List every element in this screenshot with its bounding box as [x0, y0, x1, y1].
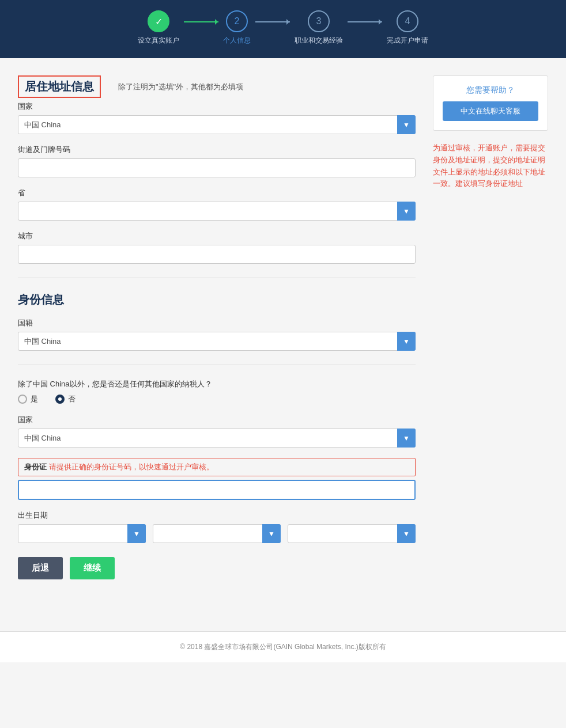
step-1-label: 设立真实账户: [138, 36, 179, 46]
sidebar-note: 为通过审核，开通账户，需要提交身份及地址证明，提交的地址证明文件上显示的地址必须…: [433, 142, 548, 190]
residence-title: 居住地址信息: [18, 75, 101, 98]
step-4-label: 完成开户申请: [387, 36, 428, 46]
main-content: 居住地址信息 除了注明为"选填"外，其他都为必填项 国家 中国 China ▼ …: [6, 58, 560, 620]
dob-day-select[interactable]: [18, 524, 146, 543]
footer-text: © 2018 嘉盛全球市场有限公司(GAIN Global Markets, I…: [180, 643, 386, 651]
steps-container: ✓ 设立真实账户 2 个人信息 3 职业和交易经验 4 完成开户申请: [138, 10, 428, 46]
next-button[interactable]: 继续: [70, 557, 115, 579]
radio-yes-label: 是: [31, 394, 38, 404]
identity-title: 身份信息: [18, 292, 416, 308]
sidebar: 您需要帮助？ 中文在线聊天客服 为通过审核，开通账户，需要提交身份及地址证明，提…: [433, 75, 548, 602]
city-group: 城市: [18, 231, 416, 264]
section-divider: [18, 278, 416, 278]
dob-group: 出生日期 ▼ ▼: [18, 510, 416, 543]
id-country-select-wrap[interactable]: 中国 China ▼: [18, 429, 416, 448]
step-3: 3 职业和交易经验: [295, 10, 343, 46]
btn-group: 后退 继续: [18, 557, 416, 579]
street-input[interactable]: [18, 158, 416, 177]
radio-yes[interactable]: 是: [18, 394, 38, 404]
country-select[interactable]: 中国 China: [18, 115, 416, 134]
id-country-group: 国家 中国 China ▼: [18, 415, 416, 448]
step-2-circle: 2: [226, 10, 248, 32]
section-divider-2: [18, 365, 416, 365]
tax-group: 除了中国 China以外，您是否还是任何其他国家的纳税人？ 是 否: [18, 379, 416, 404]
arrow-2-3: [255, 21, 290, 22]
id-warning-text: 请提供正确的身份证号码，以快速通过开户审核。: [49, 462, 214, 471]
id-country-select[interactable]: 中国 China: [18, 429, 416, 448]
nationality-group: 国籍 中国 China ▼: [18, 318, 416, 351]
footer: © 2018 嘉盛全球市场有限公司(GAIN Global Markets, I…: [0, 631, 566, 662]
radio-no[interactable]: 否: [55, 394, 76, 404]
radio-yes-circle: [18, 395, 27, 404]
step-2: 2 个人信息: [223, 10, 251, 46]
help-title: 您需要帮助？: [443, 85, 538, 96]
dob-year-select[interactable]: [288, 524, 416, 543]
residence-section-header: 居住地址信息 除了注明为"选填"外，其他都为必填项: [18, 75, 416, 98]
chat-button[interactable]: 中文在线聊天客服: [443, 101, 538, 121]
province-label: 省: [18, 188, 416, 198]
street-label: 街道及门牌号码: [18, 145, 416, 155]
dob-month-select[interactable]: [153, 524, 281, 543]
step-3-label: 职业和交易经验: [295, 36, 343, 46]
radio-group: 是 否: [18, 394, 416, 404]
id-label-text: 身份证: [24, 462, 49, 471]
dob-month-wrap[interactable]: ▼: [153, 524, 281, 543]
back-button[interactable]: 后退: [18, 557, 63, 579]
dob-day-wrap[interactable]: ▼: [18, 524, 146, 543]
step-4-circle: 4: [397, 10, 418, 32]
radio-no-label: 否: [68, 394, 76, 404]
form-area: 居住地址信息 除了注明为"选填"外，其他都为必填项 国家 中国 China ▼ …: [18, 75, 416, 602]
id-warning-box: 身份证 请提供正确的身份证号码，以快速通过开户审核。: [18, 458, 416, 476]
radio-no-circle: [55, 395, 65, 404]
arrow-1-2: [184, 21, 218, 22]
id-input[interactable]: [18, 480, 416, 500]
nationality-select[interactable]: 中国 China: [18, 332, 416, 351]
country-label: 国家: [18, 101, 416, 112]
step-3-circle: 3: [308, 10, 330, 32]
step-4: 4 完成开户申请: [387, 10, 428, 46]
date-group: ▼ ▼ ▼: [18, 524, 416, 543]
province-select[interactable]: [18, 202, 416, 221]
country-group: 国家 中国 China ▼: [18, 101, 416, 134]
id-number-group: 身份证 请提供正确的身份证号码，以快速通过开户审核。: [18, 458, 416, 500]
dob-label: 出生日期: [18, 510, 416, 521]
nationality-label: 国籍: [18, 318, 416, 328]
tax-question: 除了中国 China以外，您是否还是任何其他国家的纳税人？: [18, 379, 416, 389]
country-select-wrap[interactable]: 中国 China ▼: [18, 115, 416, 134]
arrow-3-4: [348, 21, 382, 22]
street-group: 街道及门牌号码: [18, 145, 416, 177]
header: ✓ 设立真实账户 2 个人信息 3 职业和交易经验 4 完成开户申请: [0, 0, 566, 58]
nationality-select-wrap[interactable]: 中国 China ▼: [18, 332, 416, 351]
step-1-circle: ✓: [148, 10, 169, 32]
id-country-label: 国家: [18, 415, 416, 425]
province-select-wrap[interactable]: ▼: [18, 202, 416, 221]
city-label: 城市: [18, 231, 416, 241]
step-2-label: 个人信息: [223, 36, 251, 46]
province-group: 省 ▼: [18, 188, 416, 221]
step-1: ✓ 设立真实账户: [138, 10, 179, 46]
help-box: 您需要帮助？ 中文在线聊天客服: [433, 75, 548, 131]
residence-note: 除了注明为"选填"外，其他都为必填项: [118, 82, 243, 92]
city-input[interactable]: [18, 245, 416, 264]
dob-year-wrap[interactable]: ▼: [288, 524, 416, 543]
